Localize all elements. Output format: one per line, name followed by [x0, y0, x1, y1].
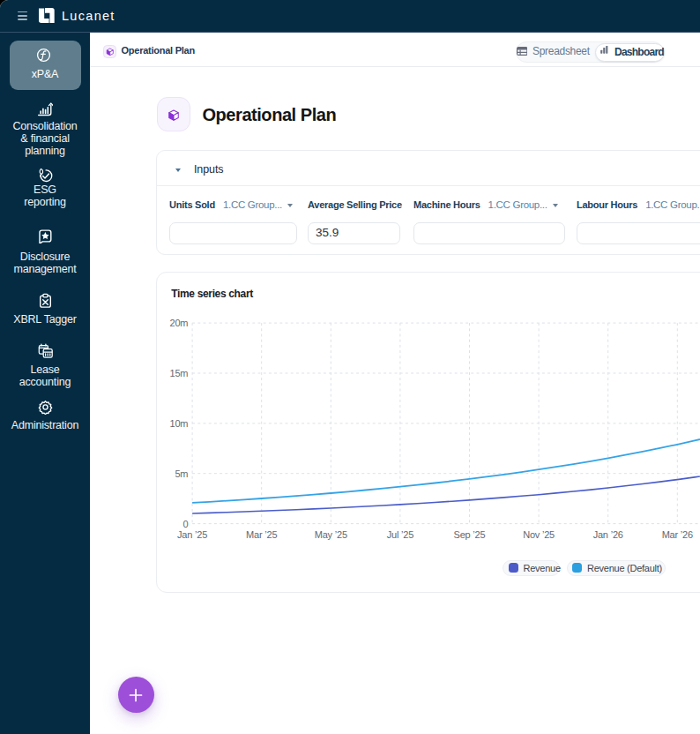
svg-text:Jul ’25: Jul ’25	[386, 529, 413, 540]
svg-text:10m: 10m	[169, 418, 188, 429]
svg-text:May ’25: May ’25	[314, 529, 346, 540]
svg-text:Nov ’25: Nov ’25	[523, 529, 555, 540]
svg-text:Mar ’25: Mar ’25	[246, 529, 277, 540]
svg-text:Sep ’25: Sep ’25	[453, 529, 485, 540]
svg-text:Jan ’25: Jan ’25	[177, 529, 207, 540]
svg-text:20m: 20m	[169, 318, 188, 328]
svg-text:Mar ’26: Mar ’26	[661, 529, 692, 540]
svg-text:15m: 15m	[169, 368, 188, 378]
svg-text:5m: 5m	[175, 468, 188, 479]
svg-text:0: 0	[182, 519, 188, 529]
svg-text:Jan ’26: Jan ’26	[592, 529, 622, 540]
